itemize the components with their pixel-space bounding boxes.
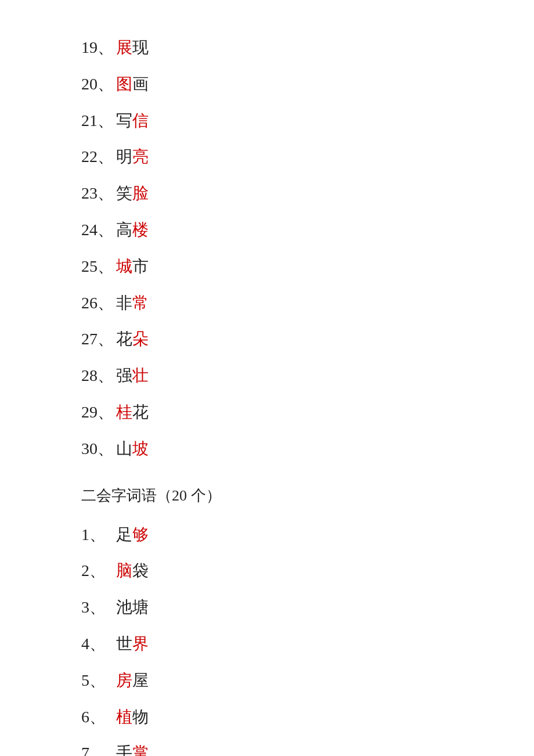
item-text: 城市 [116,254,149,280]
item-text: 写信 [116,108,149,134]
item-text: 花朵 [116,326,149,352]
char: 植 [116,708,132,726]
list-item: 21、写信 [81,108,453,134]
char: 展 [116,38,132,56]
char: 强 [116,366,132,384]
char: 城 [116,257,132,275]
char: 山 [116,440,132,458]
section2: 二会字词语（20 个）1、足够2、脑袋3、池塘4、世界5、房屋6、植物7、手掌8… [81,485,453,756]
char: 花 [116,330,132,348]
item-text: 非常 [116,290,149,316]
item-text: 脑袋 [116,558,149,584]
char: 房 [116,671,132,689]
char: 坡 [132,440,149,458]
char: 写 [116,111,132,129]
item-number: 25、 [81,254,116,280]
list-item: 26、非常 [81,290,453,316]
char: 脑 [116,561,132,579]
char: 界 [132,635,149,653]
item-text: 房屋 [116,668,149,694]
char: 手 [116,744,132,756]
char: 高 [116,221,132,239]
char: 足 [116,525,132,543]
list-item: 29、桂花 [81,399,453,426]
item-number: 22、 [81,144,116,170]
list-item: 7、手掌 [81,740,453,756]
char: 桂 [116,403,132,421]
item-number: 2、 [81,558,116,584]
item-text: 明亮 [116,144,149,170]
section-title: 二会字词语（20 个） [81,485,453,506]
char: 花 [132,403,149,421]
item-number: 19、 [81,35,116,61]
item-text: 池塘 [116,595,149,621]
item-number: 23、 [81,181,116,207]
section1: 19、展现20、图画21、写信22、明亮23、笑脸24、高楼25、城市26、非常… [81,35,453,462]
item-text: 展现 [116,35,149,61]
char: 市 [132,257,149,275]
item-text: 植物 [116,704,149,730]
char: 笑 [116,184,132,202]
list-item: 24、高楼 [81,217,453,243]
char: 脸 [132,184,149,202]
item-number: 5、 [81,668,116,694]
char: 掌 [132,744,149,756]
char: 世 [116,635,132,653]
char: 袋 [132,561,149,579]
list-item: 5、房屋 [81,668,453,694]
item-number: 6、 [81,704,116,730]
item-number: 3、 [81,595,116,621]
char: 物 [132,708,149,726]
char: 屋 [132,671,149,689]
char: 图 [116,75,132,93]
list-item: 23、笑脸 [81,181,453,207]
item-number: 30、 [81,436,116,462]
char: 朵 [132,330,149,348]
char: 画 [132,75,149,93]
item-text: 山坡 [116,436,149,462]
item-text: 高楼 [116,217,149,243]
item-text: 足够 [116,522,149,548]
list-item: 19、展现 [81,35,453,61]
list-item: 27、花朵 [81,326,453,352]
item-number: 29、 [81,399,116,426]
list-item: 22、明亮 [81,144,453,170]
item-number: 7、 [81,740,116,756]
char: 现 [132,38,149,56]
item-number: 4、 [81,631,116,657]
item-text: 手掌 [116,740,149,756]
item-number: 28、 [81,363,116,389]
char: 池 [116,598,132,616]
item-text: 世界 [116,631,149,657]
list-item: 2、脑袋 [81,558,453,584]
item-number: 26、 [81,290,116,316]
list-item: 20、图画 [81,71,453,98]
list-item: 4、世界 [81,631,453,657]
list-item: 6、植物 [81,704,453,730]
item-text: 强壮 [116,363,149,389]
item-number: 21、 [81,108,116,134]
char: 信 [132,111,149,129]
list-item: 25、城市 [81,254,453,280]
char: 常 [132,294,149,312]
char: 壮 [132,366,149,384]
item-number: 1、 [81,522,116,548]
list-item: 30、山坡 [81,436,453,462]
list-item: 1、足够 [81,522,453,548]
char: 够 [132,525,149,543]
item-text: 桂花 [116,399,149,426]
char: 楼 [132,221,149,239]
item-number: 20、 [81,71,116,98]
item-text: 笑脸 [116,181,149,207]
list-item: 3、池塘 [81,595,453,621]
list-item: 28、强壮 [81,363,453,389]
item-number: 24、 [81,217,116,243]
item-text: 图画 [116,71,149,98]
item-number: 27、 [81,326,116,352]
char: 明 [116,147,132,165]
char: 塘 [132,598,149,616]
char: 非 [116,294,132,312]
char: 亮 [132,147,149,165]
